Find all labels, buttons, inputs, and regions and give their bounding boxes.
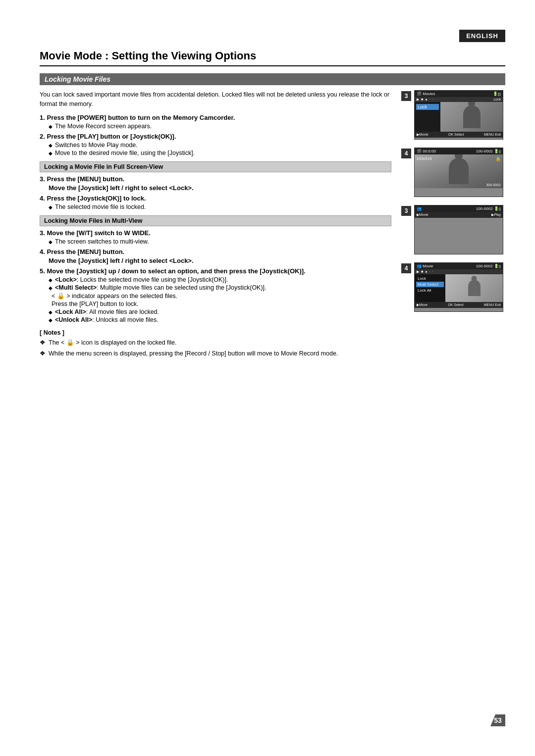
step-3-multi: 3. Move the [W/T] switch to W WIDE. The … — [40, 229, 391, 245]
step-5-sub-note1: < 🔒 > indicator appears on the selected … — [52, 292, 391, 300]
screen-step-num-2: 4 — [401, 149, 411, 158]
screen-bottom-3: ▶Movie ▶Play — [415, 212, 503, 218]
step-3-full-sub: Move the [Joystick] left / right to sele… — [49, 184, 391, 192]
screen-image-4 — [445, 274, 503, 302]
page-title: Movie Mode : Setting the Viewing Options — [40, 50, 505, 66]
camera-screen-1: 🎬 Movies 🔋||| ▶ ■ ● · · Lock Loc — [414, 90, 503, 140]
step-2: 2. Press the [PLAY] button or [Joystick(… — [40, 133, 391, 156]
step-2-bullet-1: Switches to Movie Play mode. — [49, 142, 391, 149]
step-2-text: 2. Press the [PLAY] button or [Joystick(… — [40, 133, 391, 140]
step-5-bullet-2: <Multi Select>: Multiple movie files can… — [49, 284, 391, 291]
subsection2-header: Locking Movie Files in Multi-View — [40, 215, 391, 226]
step-4-full: 4. Press the [Joystick(OK)] to lock. The… — [40, 195, 391, 210]
screen-body-4: Lock Multi Select Lock All — [415, 274, 503, 302]
step-4-full-bullet-1: The selected movie file is locked. — [49, 203, 391, 210]
notes-title: [ Notes ] — [40, 329, 391, 336]
camera-screen-3: 👥 100-0002 🔋|| — [414, 205, 503, 254]
screen-image-1 — [440, 102, 503, 132]
screen-filenum-2: 300-0001 — [486, 183, 501, 187]
right-column: 3 🎬 Movies 🔋||| ▶ ■ ● · · Lock — [401, 90, 505, 360]
english-badge: ENGLISH — [459, 30, 505, 42]
screen-bottom-1: ▶Movie OK Select MENU Exit — [415, 132, 503, 138]
step-4-multi-text: 4. Press the [MENU] button. — [40, 248, 391, 255]
screen-menu-lock: Lock — [416, 104, 439, 110]
step-5-bullet-1: <Lock>: Locks the selected movie file us… — [49, 276, 391, 283]
menu-multiselect-4: Multi Select — [416, 282, 444, 287]
menu-lockall-4: Lock All — [416, 288, 444, 293]
step-1: 1. Press the [POWER] button to turn on t… — [40, 114, 391, 130]
step-5-multi-text: 5. Move the [Joystick] up / down to sele… — [40, 267, 391, 275]
intro-text: You can lock saved important movie files… — [40, 90, 391, 109]
page-number: 53 — [490, 714, 505, 726]
screen-icons-1: ▶ ■ ● · · Lock — [415, 97, 503, 102]
screen-topbar-3: 👥 100-0002 🔋|| — [415, 205, 503, 212]
screen-resolution: 203x516 — [417, 156, 432, 161]
main-content: You can lock saved important movie files… — [40, 90, 505, 360]
step-1-bullet-1: The Movie Record screen appears. — [49, 123, 391, 130]
step-4-full-text: 4. Press the [Joystick(OK)] to lock. — [40, 195, 391, 202]
camera-screen-2: 🎬 00:0:00 100-0002 🔋|| 203x516 🔒 300-000… — [414, 148, 503, 197]
camera-screen-4: 👥 Movie 100-0002 🔋|| ▶ ■ ● · · Lock — [414, 262, 503, 312]
screen-group-4: 4 👥 Movie 100-0002 🔋|| ▶ ■ ● · · — [401, 262, 505, 312]
step-1-text: 1. Press the [POWER] button to turn on t… — [40, 114, 391, 121]
screen-lock-icon-2: 🔒 — [495, 156, 501, 161]
screen-topbar-2: 🎬 00:0:00 100-0002 🔋|| — [415, 148, 503, 154]
screen-step-num-4: 4 — [401, 263, 411, 273]
screen-group-2: 4 🎬 00:0:00 100-0002 🔋|| 203x516 🔒 — [401, 148, 505, 197]
screen-step-num-3: 3 — [401, 206, 411, 216]
step-3-multi-text: 3. Move the [W/T] switch to W WIDE. — [40, 229, 391, 237]
step-5-bullet-3: <Lock All>: All movie files are locked. — [49, 308, 391, 315]
left-column: You can lock saved important movie files… — [40, 90, 391, 360]
screen-topbar-1: 🎬 Movies 🔋||| — [415, 91, 503, 97]
screen-group-3: 3 👥 100-0002 🔋|| — [401, 205, 505, 254]
screen-body-2: 203x516 🔒 300-0001 — [415, 154, 503, 188]
screen-menu-4: Lock Multi Select Lock All — [415, 274, 445, 302]
step-5-multi: 5. Move the [Joystick] up / down to sele… — [40, 267, 391, 323]
menu-lock-4: Lock — [416, 276, 444, 281]
screen-body-1: Lock — [415, 102, 503, 132]
screen-group-1: 3 🎬 Movies 🔋||| ▶ ■ ● · · Lock — [401, 90, 505, 140]
screen-menu-1: Lock — [415, 102, 440, 132]
notes-section: [ Notes ] The < 🔒 > icon is displayed on… — [40, 329, 391, 359]
page-container: ENGLISH Movie Mode : Setting the Viewing… — [0, 0, 535, 756]
step-5-bullet-4: <Unlock All>: Unlocks all movie files. — [49, 316, 391, 323]
note-2: While the menu screen is displayed, pres… — [40, 349, 391, 358]
step-2-bullet-2: Move to the desired movie file, using th… — [49, 150, 391, 156]
screen-step-num-1: 3 — [401, 91, 411, 101]
step-4-multi-sub: Move the [Joystick] left / right to sele… — [49, 257, 391, 264]
step-3-multi-bullet-1: The screen switches to multi-view. — [49, 238, 391, 245]
subsection1-header: Locking a Movie File in Full Screen-View — [40, 161, 391, 172]
step-5-sub-note2: Press the [PLAY] button to lock. — [52, 301, 391, 307]
step-3-full: 3. Press the [MENU] button. Move the [Jo… — [40, 175, 391, 192]
screen-icons-4: ▶ ■ ● · · — [415, 269, 503, 274]
step-3-full-text: 3. Press the [MENU] button. — [40, 175, 391, 183]
screen-bottom-4: ▶Move OK Select MENU Exit — [415, 302, 503, 308]
screen-topbar-4: 👥 Movie 100-0002 🔋|| — [415, 263, 503, 269]
step-4-multi: 4. Press the [MENU] button. Move the [Jo… — [40, 248, 391, 264]
section-header: Locking Movie Files — [40, 73, 505, 85]
note-1: The < 🔒 > icon is displayed on the locke… — [40, 338, 391, 348]
